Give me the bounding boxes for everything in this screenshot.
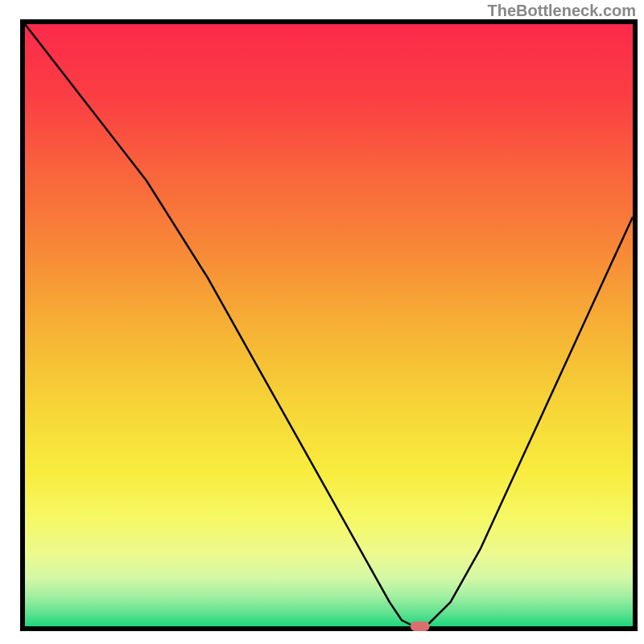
watermark-text: TheBottleneck.com bbox=[488, 2, 636, 20]
bottleneck-chart bbox=[0, 0, 644, 644]
gradient-background bbox=[25, 24, 633, 626]
chart-container: TheBottleneck.com bbox=[0, 0, 644, 644]
optimal-point-marker bbox=[411, 621, 430, 631]
